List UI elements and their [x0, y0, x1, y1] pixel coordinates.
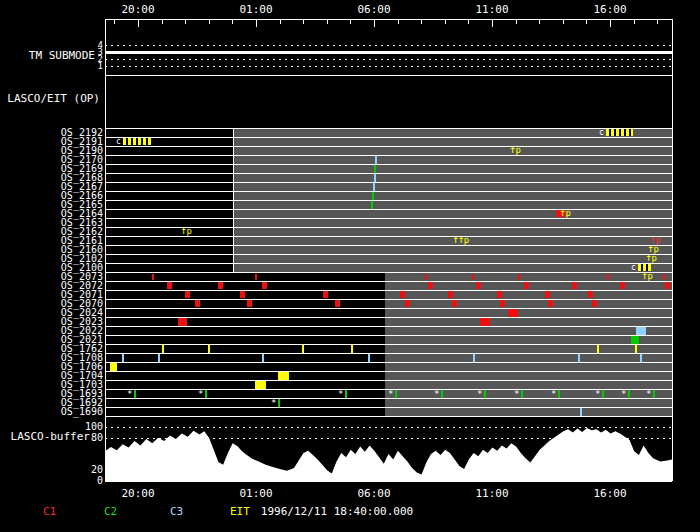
os-mark-block	[476, 282, 481, 289]
os-mark-block	[185, 291, 190, 298]
os-row-separator	[105, 191, 672, 192]
os-mark-tick	[368, 353, 370, 362]
time-tick-top	[350, 19, 351, 24]
tm-submode-dotted-line	[105, 59, 672, 60]
os-row-schedule-bg	[385, 317, 672, 326]
os-mark-tick	[374, 173, 376, 182]
tm-panel-bottom-line	[105, 75, 672, 76]
buffer-tick-label: 20	[0, 465, 103, 475]
tm-tick-label: 1	[0, 62, 103, 71]
os-row-label: OS_1690	[0, 407, 103, 416]
os-row-separator	[105, 209, 672, 210]
time-label-top: 20:00	[106, 4, 170, 16]
os-mark-tick	[278, 398, 280, 407]
time-tick-top	[421, 19, 422, 24]
os-mark-block	[636, 326, 646, 335]
os-row-schedule-bg	[385, 272, 672, 281]
os-row-schedule-bg	[385, 371, 672, 380]
os-mark-tick	[351, 344, 353, 353]
os-row-separator	[105, 389, 672, 390]
time-tick-top	[563, 19, 564, 24]
os-row-separator	[105, 173, 672, 174]
os-row-schedule-bg	[233, 146, 672, 155]
os-mark-tick	[521, 389, 523, 398]
os-mark-block	[545, 291, 550, 298]
os-row-separator	[105, 281, 672, 282]
legend-item-c1: C1	[43, 506, 56, 518]
os-row-separator	[105, 407, 672, 408]
legend-item-eit: EIT	[230, 506, 250, 518]
os-mark-block	[110, 362, 117, 371]
os-mark-tick	[208, 344, 210, 353]
os-row-separator	[105, 272, 672, 273]
os-mark-tick	[472, 274, 474, 280]
time-tick-top	[185, 19, 186, 24]
os-mark-tick	[635, 344, 637, 353]
os-mark-block	[218, 282, 223, 289]
os-mark-fp-label: ffp	[453, 236, 469, 245]
os-row-schedule-bg	[233, 173, 672, 182]
os-row-schedule-bg	[385, 326, 672, 335]
os-row-schedule-bg	[385, 380, 672, 389]
os-mark-tick	[158, 353, 160, 362]
os-row-schedule-bg	[385, 407, 672, 416]
os-row-separator	[105, 344, 672, 345]
os-mark-tick	[122, 353, 124, 362]
os-row-separator	[105, 227, 672, 228]
os-mark-block	[167, 282, 172, 289]
os-mark-fp-label: fp	[510, 146, 521, 155]
time-tick-top	[468, 19, 469, 24]
time-label-bottom: 20:00	[106, 488, 170, 500]
os-mark-block	[323, 291, 328, 298]
os-mark-tick	[578, 353, 580, 362]
time-label-bottom: 11:00	[460, 488, 524, 500]
os-mark-hatch-bar	[123, 138, 151, 145]
os-row-schedule-bg	[385, 290, 672, 299]
time-tick-top	[610, 19, 611, 27]
os-mark-block	[592, 300, 597, 307]
time-tick-top	[657, 19, 658, 24]
os-row-separator	[105, 218, 672, 219]
os-row-schedule-bg	[233, 182, 672, 191]
os-row-separator	[105, 317, 672, 318]
os-mark-block	[195, 300, 200, 307]
os-mark-tick	[484, 389, 486, 398]
os-row-separator	[105, 326, 672, 327]
os-mark-block	[452, 300, 457, 307]
right-frame-line	[672, 19, 673, 481]
time-tick-top	[492, 19, 493, 27]
os-mark-tick	[162, 344, 164, 353]
bottom-axis-line	[105, 481, 672, 482]
os-row-separator	[105, 137, 672, 138]
os-mark-tick	[395, 389, 397, 398]
os-mark-block	[400, 291, 405, 298]
os-row-separator	[105, 263, 672, 264]
os-row-separator	[105, 182, 672, 183]
os-row-separator	[105, 308, 672, 309]
os-mark-tick	[602, 389, 604, 398]
os-row-schedule-bg	[233, 263, 672, 272]
os-mark-tick	[607, 274, 609, 280]
os-mark-block	[500, 300, 505, 307]
os-mark-block	[631, 335, 639, 344]
os-row-separator	[105, 128, 672, 129]
os-row-schedule-bg	[233, 155, 672, 164]
os-row-separator	[105, 299, 672, 300]
os-mark-block	[548, 300, 553, 307]
os-mark-block	[178, 317, 187, 326]
os-mark-block	[497, 291, 502, 298]
os-mark-block	[240, 291, 245, 298]
time-tick-top	[162, 19, 163, 24]
os-mark-block	[247, 300, 252, 307]
os-mark-tick	[580, 407, 582, 416]
os-mark-tick	[640, 353, 642, 362]
os-mark-tick	[373, 182, 375, 191]
os-mark-c-label: c	[599, 128, 604, 137]
time-tick-top	[280, 19, 281, 24]
os-mark-block	[448, 291, 453, 298]
os-mark-block	[508, 308, 518, 317]
os-mark-block	[588, 291, 593, 298]
time-tick-top	[516, 19, 517, 24]
time-tick-top	[374, 19, 375, 27]
os-mark-tick	[255, 274, 257, 280]
